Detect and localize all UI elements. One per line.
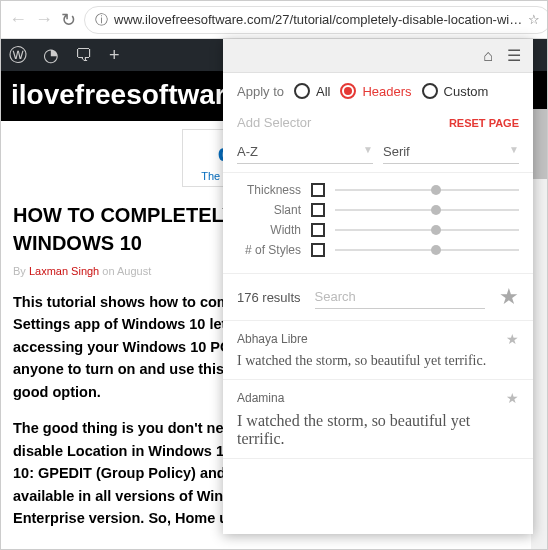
- wordpress-icon[interactable]: ⓦ: [9, 43, 27, 67]
- width-checkbox[interactable]: [311, 223, 325, 237]
- forward-button[interactable]: →: [35, 9, 53, 30]
- dashboard-icon[interactable]: ◔: [43, 44, 59, 66]
- thickness-slider[interactable]: [335, 189, 519, 191]
- thickness-checkbox[interactable]: [311, 183, 325, 197]
- info-icon: ⓘ: [95, 11, 108, 29]
- url-bar[interactable]: ⓘ www.ilovefreesoftware.com/27/tutorial/…: [84, 6, 548, 34]
- option-headers[interactable]: Headers: [340, 83, 411, 99]
- font-sample: I watched the storm, so beautiful yet te…: [237, 353, 519, 369]
- font-picker-popup: ⌂ ☰ Apply to All Headers Custom Add Sele…: [223, 39, 533, 534]
- option-all[interactable]: All: [294, 83, 330, 99]
- url-text: www.ilovefreesoftware.com/27/tutorial/co…: [114, 12, 522, 27]
- slant-checkbox[interactable]: [311, 203, 325, 217]
- home-icon[interactable]: ⌂: [483, 47, 493, 65]
- scroll-thumb[interactable]: [531, 109, 547, 179]
- slant-slider[interactable]: [335, 209, 519, 211]
- width-slider[interactable]: [335, 229, 519, 231]
- reset-page-button[interactable]: RESET PAGE: [449, 117, 519, 129]
- list-icon[interactable]: ☰: [507, 46, 521, 65]
- favorites-filter-icon[interactable]: ★: [499, 284, 519, 310]
- styles-checkbox[interactable]: [311, 243, 325, 257]
- favorite-star-icon[interactable]: ★: [506, 390, 519, 406]
- search-input[interactable]: Search: [315, 285, 485, 309]
- option-custom[interactable]: Custom: [422, 83, 489, 99]
- bookmark-icon[interactable]: ☆: [528, 12, 540, 27]
- page-scrollbar[interactable]: [531, 109, 547, 550]
- add-selector-input[interactable]: Add Selector: [237, 115, 311, 130]
- font-item[interactable]: Adamina★ I watched the storm, so beautif…: [223, 380, 533, 459]
- sort-dropdown[interactable]: A-Z▼: [237, 140, 373, 164]
- font-sample: I watched the storm, so beautiful yet te…: [237, 412, 519, 448]
- family-dropdown[interactable]: Serif▼: [383, 140, 519, 164]
- results-count: 176 results: [237, 290, 301, 305]
- back-button[interactable]: ←: [9, 9, 27, 30]
- add-new-icon[interactable]: +: [109, 45, 120, 66]
- comments-icon[interactable]: 🗨: [75, 45, 93, 66]
- favorite-star-icon[interactable]: ★: [506, 331, 519, 347]
- styles-slider[interactable]: [335, 249, 519, 251]
- apply-to-label: Apply to: [237, 84, 284, 99]
- author-link[interactable]: Laxman Singh: [29, 265, 99, 277]
- reload-button[interactable]: ↻: [61, 9, 76, 31]
- font-item[interactable]: Abhaya Libre★ I watched the storm, so be…: [223, 321, 533, 380]
